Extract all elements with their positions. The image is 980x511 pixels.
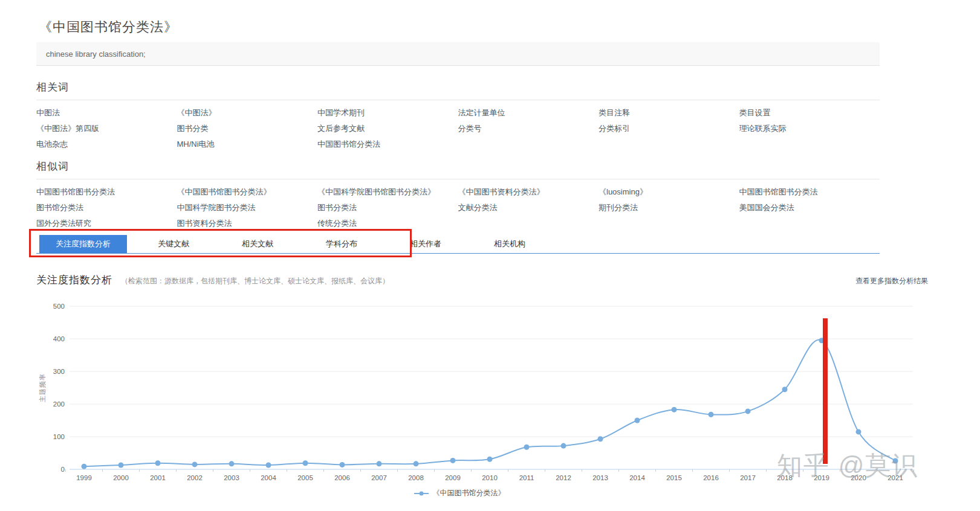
svg-text:2015: 2015: [666, 474, 682, 481]
related-word-link[interactable]: 分类号: [458, 123, 599, 134]
chart-legend[interactable]: 《中国图书馆分类法》: [36, 488, 883, 498]
tab-相关作者[interactable]: 相关作者: [394, 235, 458, 253]
svg-text:2008: 2008: [408, 474, 424, 481]
svg-text:2003: 2003: [224, 474, 239, 481]
index-scope-note: （检索范围：源数据库，包括期刊库、博士论文库、硕士论文库、报纸库、会议库）: [121, 277, 389, 285]
divider: [36, 100, 880, 100]
svg-text:500: 500: [53, 303, 65, 310]
data-point-2016: [709, 412, 714, 417]
tab-相关文献[interactable]: 相关文献: [226, 235, 290, 253]
similar-word-link[interactable]: 中国图书馆图书分类法: [36, 187, 177, 198]
svg-text:100: 100: [53, 433, 65, 440]
index-section-header: 关注度指数分析（检索范围：源数据库，包括期刊库、博士论文库、硕士论文库、报纸库、…: [36, 273, 931, 287]
tab-相关机构[interactable]: 相关机构: [478, 235, 542, 253]
similar-word-link[interactable]: 《luosiming》: [599, 187, 739, 198]
similar-word-link[interactable]: 传统分类法: [317, 218, 458, 229]
y-axis-title: 主题频率: [39, 373, 46, 402]
similar-word-link[interactable]: 《中国图书馆图书分类法》: [177, 187, 318, 198]
svg-text:1999: 1999: [76, 474, 92, 481]
svg-text:2005: 2005: [297, 474, 313, 481]
svg-text:2012: 2012: [556, 474, 571, 481]
related-word-link[interactable]: 《中图法》第四版: [36, 123, 177, 134]
tab-学科分布[interactable]: 学科分布: [310, 235, 374, 253]
related-word-link[interactable]: 电池杂志: [36, 139, 177, 150]
svg-text:200: 200: [53, 400, 65, 408]
related-word-link[interactable]: 分类标引: [599, 123, 739, 134]
page-title: 《中国图书馆分类法》: [39, 18, 178, 36]
related-word-link[interactable]: 中图法: [36, 108, 177, 118]
related-word-link[interactable]: MH/Ni电池: [177, 139, 318, 150]
data-point-2011: [524, 445, 530, 450]
related-word-link[interactable]: 理论联系实际: [739, 123, 880, 134]
related-word-link[interactable]: 文后参考文献: [317, 123, 458, 134]
svg-text:2011: 2011: [519, 474, 534, 481]
data-point-2010: [487, 457, 493, 462]
index-section-title: 关注度指数分析: [36, 274, 112, 286]
related-word-link[interactable]: 《中图法》: [177, 108, 318, 118]
data-point-2001: [155, 460, 161, 466]
similar-word-link[interactable]: 国外分类法研究: [36, 218, 177, 229]
data-point-2009: [450, 458, 456, 463]
data-point-2012: [561, 443, 566, 449]
svg-text:2009: 2009: [445, 474, 461, 481]
legend-line-marker: [414, 493, 429, 494]
data-point-2017: [745, 408, 751, 414]
svg-text:2004: 2004: [261, 474, 276, 481]
related-word-link[interactable]: 中国学术期刊: [317, 108, 458, 118]
tab-关键文献[interactable]: 关键文献: [141, 235, 206, 253]
data-point-1999: [82, 464, 87, 469]
similar-word-link[interactable]: 《中国图书资料分类法》: [458, 187, 599, 198]
data-point-2018: [782, 387, 788, 392]
similar-words-list: 中国图书馆图书分类法《中国图书馆图书分类法》《中国科学院图书馆图书分类法》《中国…: [36, 184, 880, 231]
related-word-link[interactable]: 类目设置: [739, 108, 880, 118]
search-query-box[interactable]: chinese library classification;: [36, 42, 880, 66]
similar-words-section: 相似词 中国图书馆图书分类法《中国图书馆图书分类法》《中国科学院图书馆图书分类法…: [36, 159, 880, 231]
related-word-link[interactable]: 中国图书馆分类法: [317, 139, 458, 150]
related-words-heading: 相关词: [36, 80, 880, 94]
similar-word-link[interactable]: 期刊分类法: [599, 202, 739, 213]
data-point-2008: [414, 461, 419, 466]
data-point-2014: [635, 418, 640, 423]
series-line: [84, 339, 895, 466]
similar-word-link[interactable]: 文献分类法: [458, 202, 599, 213]
similar-word-link[interactable]: 图书分类法: [317, 202, 458, 213]
svg-text:2014: 2014: [629, 474, 645, 481]
data-point-2013: [598, 436, 603, 442]
similar-word-link[interactable]: 《中国科学院图书馆图书分类法》: [317, 187, 458, 198]
data-point-2000: [118, 462, 124, 468]
attention-index-chart: 0100200300400500主题频率19992000200120022003…: [36, 292, 931, 494]
svg-text:2006: 2006: [334, 474, 350, 481]
similar-word-link[interactable]: 中国图书馆图书分类法: [739, 187, 880, 198]
watermark-text: 知乎 @莫识: [777, 451, 918, 480]
data-point-2003: [229, 461, 235, 466]
divider: [36, 179, 880, 179]
related-words-list: 中图法《中图法》中国学术期刊法定计量单位类目注释类目设置《中图法》第四版图书分类…: [36, 105, 880, 152]
data-point-2015: [672, 407, 677, 413]
data-point-2004: [266, 462, 271, 468]
page: 《中国图书馆分类法》 chinese library classificatio…: [0, 0, 980, 511]
similar-word-link[interactable]: 图书馆分类法: [36, 202, 177, 213]
data-point-2006: [340, 462, 345, 468]
svg-text:2000: 2000: [113, 474, 129, 481]
tabbar-underline: [36, 253, 880, 254]
similar-word-link[interactable]: 图书资料分类法: [177, 218, 318, 229]
data-point-2002: [192, 461, 198, 467]
similar-word-link[interactable]: 中国科学院图书分类法: [177, 202, 318, 213]
svg-text:0: 0: [61, 466, 65, 473]
chart-svg: 0100200300400500主题频率19992000200120022003…: [36, 292, 931, 494]
svg-text:2002: 2002: [187, 474, 203, 481]
related-word-link[interactable]: 类目注释: [599, 108, 739, 118]
related-word-link[interactable]: 图书分类: [177, 123, 318, 134]
similar-word-link[interactable]: 美国国会分类法: [739, 202, 880, 213]
data-point-2007: [377, 461, 382, 466]
svg-text:400: 400: [53, 335, 65, 342]
data-point-2020: [856, 429, 862, 434]
svg-text:2001: 2001: [150, 474, 166, 481]
svg-text:2017: 2017: [740, 474, 756, 481]
svg-text:2013: 2013: [592, 474, 608, 481]
svg-text:2016: 2016: [703, 474, 719, 481]
related-word-link[interactable]: 法定计量单位: [458, 108, 599, 118]
tab-关注度指数分析[interactable]: 关注度指数分析: [39, 235, 127, 253]
search-query-text: chinese library classification;: [36, 42, 146, 66]
more-results-link[interactable]: 查看更多指数分析结果: [855, 276, 928, 286]
